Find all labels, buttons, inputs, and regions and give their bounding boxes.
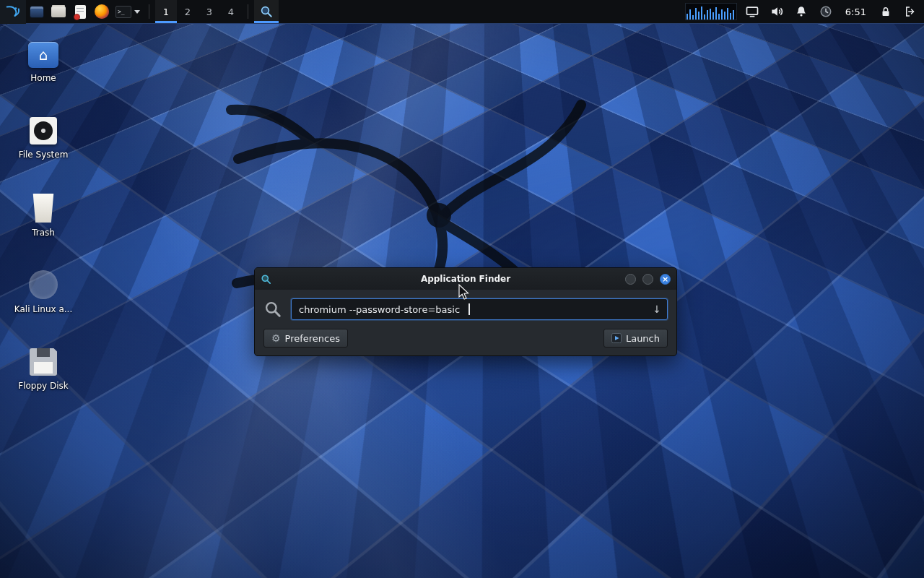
panel-left-group: >_ 1 2 3 4 [0, 0, 279, 23]
firefox-launcher[interactable] [91, 0, 113, 24]
desktop-icon-trash[interactable]: Trash [9, 194, 78, 238]
panel-right-group: 6:51 [685, 0, 924, 23]
text-cursor [468, 303, 470, 315]
display-icon [745, 4, 759, 19]
clock[interactable]: 6:51 [841, 7, 871, 17]
desktop-icon-label: Trash [32, 228, 55, 238]
desktop-icon-file-system[interactable]: File System [9, 117, 78, 160]
folder-icon [51, 7, 66, 17]
file-manager-icon [30, 6, 44, 18]
desktop-icon-kali-linux[interactable]: Kali Linux a... [9, 270, 78, 315]
search-input-wrap: ↓ [291, 298, 668, 320]
terminal-icon: >_ [116, 6, 131, 18]
kali-logo-icon [5, 4, 21, 20]
file-manager-launcher[interactable] [26, 0, 48, 24]
desktop-icon-label: Floppy Disk [18, 381, 69, 392]
workspace-2[interactable]: 2 [177, 0, 199, 23]
seal-badge [74, 14, 80, 20]
bell-icon [795, 5, 808, 18]
search-row: ↓ [263, 298, 668, 320]
preferences-button[interactable]: ⚙ Preferences [263, 329, 348, 348]
launch-label: Launch [626, 333, 660, 344]
dropdown-arrow-icon[interactable]: ↓ [653, 303, 661, 315]
launch-icon [611, 333, 622, 343]
home-icon: ⌂ [28, 42, 58, 68]
display-indicator[interactable] [743, 0, 762, 24]
cpu-graph-bars [686, 4, 736, 20]
top-panel: >_ 1 2 3 4 [0, 0, 924, 24]
desktop-icon-home[interactable]: ⌂ Home [9, 42, 78, 84]
logout-button[interactable] [901, 0, 920, 24]
close-button[interactable]: × [660, 274, 671, 285]
maximize-button[interactable] [642, 274, 653, 285]
application-finder-task-icon [260, 5, 273, 18]
floppy-disk-icon [30, 348, 57, 376]
notifications-indicator[interactable] [792, 0, 811, 24]
folder-launcher[interactable] [48, 0, 69, 24]
titlebar[interactable]: Application Finder × [255, 268, 676, 290]
status-indicator[interactable] [816, 0, 835, 24]
terminal-launcher[interactable]: >_ [113, 0, 143, 24]
status-circle-icon [819, 5, 832, 18]
window-appfinder-icon [261, 274, 271, 285]
workspace-pager: 1 2 3 4 [155, 0, 242, 23]
desktop-icon-label: Home [30, 74, 56, 84]
desktop-icon-floppy-disk[interactable]: Floppy Disk [9, 348, 78, 392]
minimize-button[interactable] [625, 274, 636, 285]
desktop-screen: >_ 1 2 3 4 [0, 0, 924, 578]
taskbar-application-finder[interactable] [254, 0, 279, 23]
kali-menu-button[interactable] [0, 0, 26, 24]
lock-screen-button[interactable] [876, 0, 895, 24]
desktop-icon-label: File System [19, 150, 69, 160]
volume-indicator[interactable] [767, 0, 786, 24]
dialog-body: ↓ ⚙ Preferences Launch [255, 290, 676, 356]
panel-separator [149, 4, 149, 19]
workspace-1[interactable]: 1 [155, 0, 177, 23]
text-editor-launcher[interactable] [69, 0, 91, 24]
search-input[interactable] [291, 298, 668, 320]
preferences-label: Preferences [285, 333, 340, 344]
lock-icon [879, 5, 892, 18]
workspace-3[interactable]: 3 [199, 0, 220, 23]
desktop-icon-label: Kali Linux a... [14, 305, 72, 315]
launch-button[interactable]: Launch [603, 329, 668, 348]
kali-disc-icon [29, 270, 58, 299]
cpu-graph[interactable] [685, 3, 737, 20]
application-finder-window: Application Finder × ↓ [254, 267, 677, 356]
chevron-down-icon[interactable] [134, 10, 140, 14]
gear-icon: ⚙ [271, 333, 281, 343]
button-row: ⚙ Preferences Launch [263, 329, 668, 348]
logout-icon [904, 5, 917, 18]
trash-icon [31, 194, 56, 223]
text-editor-icon [75, 5, 86, 19]
search-icon [263, 300, 282, 319]
volume-icon [770, 4, 784, 19]
panel-separator [248, 4, 248, 19]
window-controls: × [625, 274, 671, 285]
workspace-4[interactable]: 4 [220, 0, 242, 23]
window-title: Application Finder [255, 274, 676, 284]
file-system-icon [30, 117, 57, 144]
firefox-icon [95, 4, 109, 19]
